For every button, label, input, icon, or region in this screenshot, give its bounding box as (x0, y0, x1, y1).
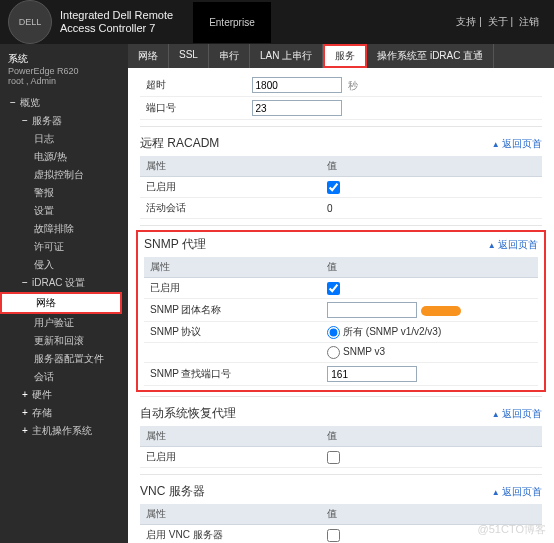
port-input[interactable] (252, 100, 342, 116)
nav-troubleshoot[interactable]: 故障排除 (0, 220, 128, 238)
redacted-icon (421, 306, 461, 316)
port-label: 端口号 (140, 97, 246, 120)
racadm-title: 远程 RACADM (140, 135, 219, 152)
vnc-title: VNC 服务器 (140, 483, 205, 500)
nav-server[interactable]: −服务器 (0, 112, 128, 130)
snmp-enabled-label: 已启用 (144, 278, 321, 299)
nav-sessions[interactable]: 会话 (0, 368, 128, 386)
snmp-port-input[interactable] (327, 366, 417, 382)
nav-profiles[interactable]: 服务器配置文件 (0, 350, 128, 368)
nav-storage[interactable]: +存储 (0, 404, 128, 422)
nav-license[interactable]: 许可证 (0, 238, 128, 256)
snmp-title: SNMP 代理 (144, 236, 206, 253)
nav-logs[interactable]: 日志 (0, 130, 128, 148)
nav-overview[interactable]: −概览 (0, 94, 128, 112)
snmp-protocol-all-label: 所有 (SNMP v1/v2/v3) (343, 326, 441, 337)
product-title: Integrated Dell Remote Access Controller… (60, 9, 173, 35)
asr-title: 自动系统恢复代理 (140, 405, 236, 422)
vnc-enable-label: 启用 VNC 服务器 (140, 525, 321, 544)
tab-passthrough[interactable]: 操作系统至 iDRAC 直通 (367, 44, 494, 68)
col-val: 值 (321, 504, 542, 525)
asr-enabled-label: 已启用 (140, 447, 321, 468)
section-racadm: 远程 RACADM 返回页首 属性值 已启用 活动会话0 (128, 129, 554, 223)
timeout-label: 超时 (140, 74, 246, 97)
snmp-community-label: SNMP 团体名称 (144, 299, 321, 322)
dell-logo: DELL (8, 0, 52, 44)
header-bar: DELL Integrated Dell Remote Access Contr… (0, 0, 554, 44)
nav-setup[interactable]: 设置 (0, 202, 128, 220)
timeout-input[interactable] (252, 77, 342, 93)
tab-services[interactable]: 服务 (323, 44, 367, 68)
nav-hardware[interactable]: +硬件 (0, 386, 128, 404)
nav-update[interactable]: 更新和回滚 (0, 332, 128, 350)
snmp-protocol-v3[interactable] (327, 346, 340, 359)
system-label: 系统 (8, 52, 120, 66)
snmp-protocol-v3-label: SNMP v3 (343, 346, 385, 357)
license-badge: Enterprise (193, 2, 271, 43)
tab-ssl[interactable]: SSL (169, 44, 209, 68)
snmp-back[interactable]: 返回页首 (488, 238, 538, 252)
col-attr: 属性 (140, 504, 321, 525)
col-val: 值 (321, 257, 538, 278)
link-about[interactable]: 关于 (488, 16, 508, 27)
product-line1: Integrated Dell Remote (60, 9, 173, 22)
snmp-protocol-all[interactable] (327, 326, 340, 339)
tab-serial[interactable]: 串行 (209, 44, 250, 68)
system-info: 系统 PowerEdge R620 root , Admin (0, 48, 128, 94)
vnc-back[interactable]: 返回页首 (492, 485, 542, 499)
system-model: PowerEdge R620 (8, 66, 120, 76)
racadm-enabled-label: 已启用 (140, 177, 321, 198)
nav-idrac[interactable]: −iDRAC 设置 (0, 274, 128, 292)
nav-tree: −概览 −服务器 日志 电源/热 虚拟控制台 警报 设置 故障排除 许可证 侵入… (0, 94, 128, 440)
snmp-protocol-label: SNMP 协议 (144, 322, 321, 343)
col-val: 值 (321, 156, 542, 177)
nav-intrusion[interactable]: 侵入 (0, 256, 128, 274)
product-line2: Access Controller 7 (60, 22, 173, 35)
racadm-back[interactable]: 返回页首 (492, 137, 542, 151)
snmp-community-input[interactable] (327, 302, 417, 318)
nav-alerts[interactable]: 警报 (0, 184, 128, 202)
col-attr: 属性 (144, 257, 321, 278)
tab-network[interactable]: 网络 (128, 44, 169, 68)
sidebar: 系统 PowerEdge R620 root , Admin −概览 −服务器 … (0, 44, 128, 543)
section-top: 超时 秒 端口号 (128, 68, 554, 124)
tab-bar: 网络 SSL 串行 LAN 上串行 服务 操作系统至 iDRAC 直通 (128, 44, 554, 68)
racadm-sessions-label: 活动会话 (140, 198, 321, 219)
asr-enabled-check[interactable] (327, 451, 340, 464)
section-snmp: SNMP 代理 返回页首 属性值 已启用 SNMP 团体名称 SNMP 协议 所… (136, 230, 546, 392)
racadm-sessions-value: 0 (321, 198, 542, 219)
link-logout[interactable]: 注销 (519, 16, 539, 27)
racadm-enabled-check[interactable] (327, 181, 340, 194)
tab-lanserial[interactable]: LAN 上串行 (250, 44, 323, 68)
link-support[interactable]: 支持 (456, 16, 476, 27)
section-vnc: VNC 服务器 返回页首 属性值 启用 VNC 服务器 VNC 密码 确认密码 … (128, 477, 554, 543)
nav-power[interactable]: 电源/热 (0, 148, 128, 166)
col-val: 值 (321, 426, 542, 447)
nav-network[interactable]: 网络 (0, 292, 122, 314)
snmp-enabled-check[interactable] (327, 282, 340, 295)
col-attr: 属性 (140, 426, 321, 447)
section-asr: 自动系统恢复代理 返回页首 属性值 已启用 (128, 399, 554, 472)
system-user: root , Admin (8, 76, 120, 86)
content-area: 网络 SSL 串行 LAN 上串行 服务 操作系统至 iDRAC 直通 超时 秒… (128, 44, 554, 543)
asr-back[interactable]: 返回页首 (492, 407, 542, 421)
col-attr: 属性 (140, 156, 321, 177)
vnc-enable-check[interactable] (327, 529, 340, 542)
snmp-port-label: SNMP 查找端口号 (144, 363, 321, 386)
nav-console[interactable]: 虚拟控制台 (0, 166, 128, 184)
seconds-hint: 秒 (348, 80, 358, 91)
nav-userauth[interactable]: 用户验证 (0, 314, 128, 332)
top-links: 支持| 关于| 注销 (453, 15, 554, 29)
nav-hostos[interactable]: +主机操作系统 (0, 422, 128, 440)
